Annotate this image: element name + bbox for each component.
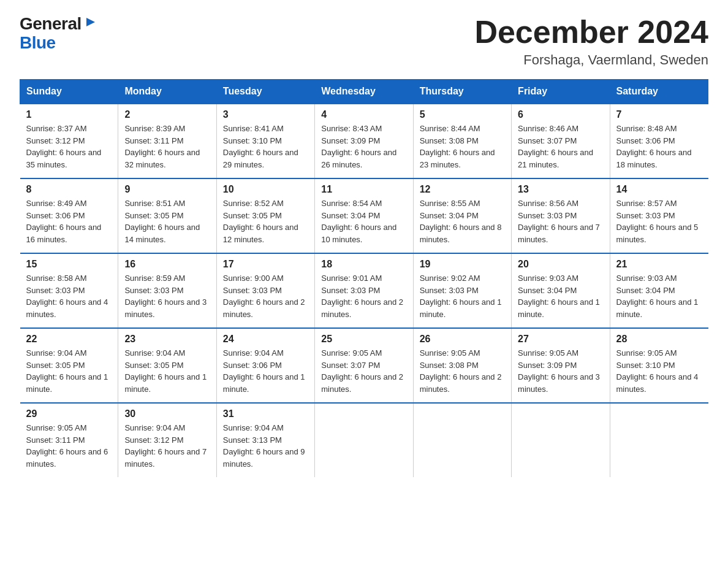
logo-general-text: General (20, 15, 82, 34)
day-cell: 24 Sunrise: 9:04 AMSunset: 3:06 PMDaylig… (216, 328, 314, 403)
logo: General Blue (20, 15, 97, 53)
day-cell: 17 Sunrise: 9:00 AMSunset: 3:03 PMDaylig… (216, 253, 314, 328)
day-cell: 10 Sunrise: 8:52 AMSunset: 3:05 PMDaylig… (216, 178, 314, 253)
day-cell: 20 Sunrise: 9:03 AMSunset: 3:04 PMDaylig… (512, 253, 610, 328)
day-info: Sunrise: 8:59 AMSunset: 3:03 PMDaylight:… (124, 272, 210, 320)
day-cell: 11 Sunrise: 8:54 AMSunset: 3:04 PMDaylig… (315, 178, 413, 253)
day-cell: 22 Sunrise: 9:04 AMSunset: 3:05 PMDaylig… (20, 328, 118, 403)
day-cell: 18 Sunrise: 9:01 AMSunset: 3:03 PMDaylig… (315, 253, 413, 328)
calendar-table: SundayMondayTuesdayWednesdayThursdayFrid… (20, 79, 708, 477)
day-number: 9 (124, 184, 210, 195)
day-number: 20 (518, 259, 603, 270)
day-number: 5 (420, 109, 505, 120)
day-number: 11 (321, 184, 406, 195)
day-info: Sunrise: 9:00 AMSunset: 3:03 PMDaylight:… (223, 272, 308, 320)
day-info: Sunrise: 9:04 AMSunset: 3:05 PMDaylight:… (124, 347, 210, 395)
day-info: Sunrise: 8:43 AMSunset: 3:09 PMDaylight:… (321, 123, 406, 170)
title-block: December 2024 Forshaga, Vaermland, Swede… (474, 15, 708, 68)
logo-triangle-icon (84, 15, 97, 29)
day-info: Sunrise: 8:49 AMSunset: 3:06 PMDaylight:… (26, 197, 112, 245)
column-header-monday: Monday (118, 80, 216, 104)
day-number: 24 (223, 334, 308, 345)
day-number: 26 (420, 334, 505, 345)
day-cell: 12 Sunrise: 8:55 AMSunset: 3:04 PMDaylig… (413, 178, 511, 253)
day-cell (413, 403, 511, 477)
day-info: Sunrise: 8:46 AMSunset: 3:07 PMDaylight:… (518, 123, 603, 170)
day-info: Sunrise: 8:57 AMSunset: 3:03 PMDaylight:… (616, 197, 702, 245)
day-cell (315, 403, 413, 477)
day-cell: 2 Sunrise: 8:39 AMSunset: 3:11 PMDayligh… (118, 104, 216, 178)
day-number: 25 (321, 334, 406, 345)
day-info: Sunrise: 9:04 AMSunset: 3:12 PMDaylight:… (124, 422, 210, 470)
day-info: Sunrise: 9:05 AMSunset: 3:07 PMDaylight:… (321, 347, 406, 395)
day-info: Sunrise: 8:55 AMSunset: 3:04 PMDaylight:… (420, 197, 505, 245)
day-info: Sunrise: 8:58 AMSunset: 3:03 PMDaylight:… (26, 272, 112, 320)
day-info: Sunrise: 8:41 AMSunset: 3:10 PMDaylight:… (223, 123, 308, 170)
day-number: 1 (26, 109, 112, 120)
day-number: 28 (616, 334, 702, 345)
day-cell: 31 Sunrise: 9:04 AMSunset: 3:13 PMDaylig… (216, 403, 314, 477)
day-number: 18 (321, 259, 406, 270)
day-cell: 5 Sunrise: 8:44 AMSunset: 3:08 PMDayligh… (413, 104, 511, 178)
header-row: SundayMondayTuesdayWednesdayThursdayFrid… (20, 80, 708, 104)
logo-blue-text: Blue (20, 34, 56, 53)
day-info: Sunrise: 8:54 AMSunset: 3:04 PMDaylight:… (321, 197, 406, 245)
day-cell: 9 Sunrise: 8:51 AMSunset: 3:05 PMDayligh… (118, 178, 216, 253)
day-number: 23 (124, 334, 210, 345)
day-number: 12 (420, 184, 505, 195)
column-header-wednesday: Wednesday (315, 80, 413, 104)
day-number: 4 (321, 109, 406, 120)
day-cell: 26 Sunrise: 9:05 AMSunset: 3:08 PMDaylig… (413, 328, 511, 403)
day-info: Sunrise: 8:39 AMSunset: 3:11 PMDaylight:… (124, 123, 210, 170)
day-info: Sunrise: 8:48 AMSunset: 3:06 PMDaylight:… (616, 123, 702, 170)
day-info: Sunrise: 9:04 AMSunset: 3:06 PMDaylight:… (223, 347, 308, 395)
day-cell (610, 403, 708, 477)
day-cell: 28 Sunrise: 9:05 AMSunset: 3:10 PMDaylig… (610, 328, 708, 403)
day-info: Sunrise: 8:44 AMSunset: 3:08 PMDaylight:… (420, 123, 505, 170)
day-cell: 25 Sunrise: 9:05 AMSunset: 3:07 PMDaylig… (315, 328, 413, 403)
day-number: 16 (124, 259, 210, 270)
day-info: Sunrise: 8:52 AMSunset: 3:05 PMDaylight:… (223, 197, 308, 245)
week-row-2: 8 Sunrise: 8:49 AMSunset: 3:06 PMDayligh… (20, 178, 708, 253)
day-info: Sunrise: 9:04 AMSunset: 3:05 PMDaylight:… (26, 347, 112, 395)
day-cell: 15 Sunrise: 8:58 AMSunset: 3:03 PMDaylig… (20, 253, 118, 328)
day-cell: 3 Sunrise: 8:41 AMSunset: 3:10 PMDayligh… (216, 104, 314, 178)
day-cell: 13 Sunrise: 8:56 AMSunset: 3:03 PMDaylig… (512, 178, 610, 253)
day-cell: 21 Sunrise: 9:03 AMSunset: 3:04 PMDaylig… (610, 253, 708, 328)
day-cell: 16 Sunrise: 8:59 AMSunset: 3:03 PMDaylig… (118, 253, 216, 328)
week-row-5: 29 Sunrise: 9:05 AMSunset: 3:11 PMDaylig… (20, 403, 708, 477)
day-number: 31 (223, 408, 308, 419)
day-cell: 7 Sunrise: 8:48 AMSunset: 3:06 PMDayligh… (610, 104, 708, 178)
day-cell: 30 Sunrise: 9:04 AMSunset: 3:12 PMDaylig… (118, 403, 216, 477)
column-header-tuesday: Tuesday (216, 80, 314, 104)
day-info: Sunrise: 9:05 AMSunset: 3:10 PMDaylight:… (616, 347, 702, 395)
day-cell: 29 Sunrise: 9:05 AMSunset: 3:11 PMDaylig… (20, 403, 118, 477)
day-info: Sunrise: 9:05 AMSunset: 3:08 PMDaylight:… (420, 347, 505, 395)
day-cell: 19 Sunrise: 9:02 AMSunset: 3:03 PMDaylig… (413, 253, 511, 328)
day-info: Sunrise: 9:02 AMSunset: 3:03 PMDaylight:… (420, 272, 505, 320)
day-number: 17 (223, 259, 308, 270)
day-number: 27 (518, 334, 603, 345)
day-number: 14 (616, 184, 702, 195)
day-cell: 23 Sunrise: 9:04 AMSunset: 3:05 PMDaylig… (118, 328, 216, 403)
day-info: Sunrise: 9:04 AMSunset: 3:13 PMDaylight:… (223, 422, 308, 470)
day-number: 8 (26, 184, 112, 195)
week-row-4: 22 Sunrise: 9:04 AMSunset: 3:05 PMDaylig… (20, 328, 708, 403)
day-cell: 27 Sunrise: 9:05 AMSunset: 3:09 PMDaylig… (512, 328, 610, 403)
day-number: 15 (26, 259, 112, 270)
day-number: 2 (124, 109, 210, 120)
day-info: Sunrise: 8:56 AMSunset: 3:03 PMDaylight:… (518, 197, 603, 245)
day-cell: 6 Sunrise: 8:46 AMSunset: 3:07 PMDayligh… (512, 104, 610, 178)
day-number: 19 (420, 259, 505, 270)
column-header-thursday: Thursday (413, 80, 511, 104)
day-number: 22 (26, 334, 112, 345)
day-number: 13 (518, 184, 603, 195)
day-number: 10 (223, 184, 308, 195)
week-row-3: 15 Sunrise: 8:58 AMSunset: 3:03 PMDaylig… (20, 253, 708, 328)
day-info: Sunrise: 9:01 AMSunset: 3:03 PMDaylight:… (321, 272, 406, 320)
day-cell: 4 Sunrise: 8:43 AMSunset: 3:09 PMDayligh… (315, 104, 413, 178)
day-info: Sunrise: 8:51 AMSunset: 3:05 PMDaylight:… (124, 197, 210, 245)
location-subtitle: Forshaga, Vaermland, Sweden (474, 52, 708, 68)
day-cell (512, 403, 610, 477)
day-info: Sunrise: 9:03 AMSunset: 3:04 PMDaylight:… (518, 272, 603, 320)
